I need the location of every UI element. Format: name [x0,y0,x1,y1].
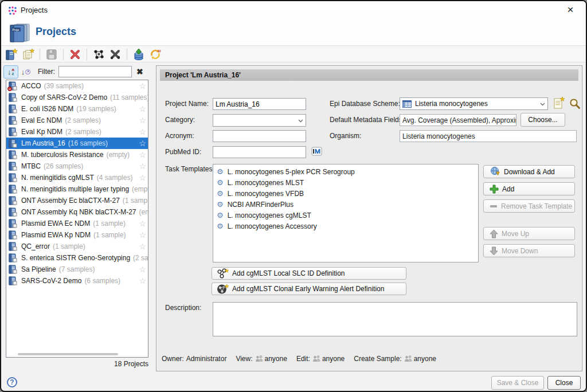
help-icon[interactable]: ? [7,377,17,387]
project-list-item[interactable]: E. coli IS26 NDM (19 samples) ☆ [6,103,148,115]
project-list-item[interactable]: N. meningitidis cgMLST (4 samples) ☆ [6,172,148,183]
project-name: E. coli IS26 NDM [21,105,73,113]
new-scheme-icon[interactable] [553,96,565,109]
spanning-tree-button[interactable] [92,48,105,61]
task-template-item[interactable]: ⚙ NCBI AMRFinderPlus [214,199,477,210]
project-list-item[interactable]: Eval Kp NDM (2 samples) ☆ [6,126,148,138]
pubmed-icon[interactable] [311,146,323,156]
task-template-name: L. monocytogenes cgMLST [228,211,311,219]
sync-button[interactable]: 10 [148,48,162,61]
project-list-item[interactable]: ONT Assembly Ec blaCTX-M-27 (1 sample) ☆ [6,195,148,206]
task-template-item[interactable]: ⚙ L. monocytogenes cgMLST [214,210,477,221]
project-sample-count: (16 samples) [68,139,108,147]
gear-icon: ⚙ [217,179,224,186]
project-list-item[interactable]: S. enterica SISTR Geno-Serotyping (2 sam… [6,252,148,264]
view-label: View: [236,355,252,363]
category-select[interactable] [213,114,306,127]
chevron-down-icon [540,100,545,108]
task-template-list: ⚙ L. monocytogenes 5-plex PCR Serogroup … [213,164,479,262]
project-list-item[interactable]: QC_error (1 sample) ☆ [6,241,148,252]
project-list-item[interactable]: M. tuberculosis Resistance (empty) ☆ [6,149,148,160]
slc-cluster-icon [217,268,229,279]
sort-by-date-button[interactable]: ↓ [18,65,33,79]
project-list-item[interactable]: ONT Assembly Kq NBK blaCTX-M-27 (empty) … [6,206,148,218]
task-template-item[interactable]: ⚙ L. monocytogenes MLST [214,177,477,188]
organism-value: Listeria monocytogenes [400,130,577,142]
star-icon[interactable]: ☆ [138,265,146,274]
task-template-name: L. monocytogenes Accessory [228,222,317,230]
project-name: Eval Kp NDM [21,128,62,136]
star-icon[interactable]: ☆ [138,139,146,148]
close-button[interactable]: Close [547,376,581,390]
sort-alphabetical-button[interactable]: ↓ az [3,65,18,79]
delete-project-button[interactable] [68,48,82,61]
save-close-button[interactable]: Save & Close [491,376,544,390]
project-name: Plasmid EWA Ec NDM [21,219,90,228]
task-template-item[interactable]: ⚙ L. monocytogenes Accessory [214,221,477,232]
project-sample-count: (2 samples) [65,128,101,136]
new-project-button[interactable] [5,48,18,61]
task-template-item[interactable]: ⚙ L. monocytogenes 5-plex PCR Serogroup [214,166,477,177]
remove-tree-button[interactable] [108,48,122,61]
star-icon[interactable]: ☆ [138,127,146,136]
project-count-label: 18 Projects [6,360,148,368]
sort-arrow-icon: ↓ [21,68,25,76]
add-task-template-button[interactable]: Add [483,182,575,195]
project-list-item[interactable]: Plasmid EWA Ec NDM (1 sample) ☆ [6,218,148,229]
horizontal-scrollbar[interactable] [18,353,118,355]
add-ewa-definition-button[interactable]: Add cgMLST Clonal Early Warning Alert De… [212,283,406,295]
project-icon [9,162,17,171]
description-textarea[interactable] [213,302,577,336]
add-slc-definition-button[interactable]: Add cgMLST Local SLC ID Definition [212,267,406,280]
close-window-icon[interactable]: × [563,2,578,17]
epi-scheme-select[interactable]: Listeria monocytogenes [400,97,548,110]
clear-filter-icon[interactable]: ✖ [136,67,143,76]
copy-project-button[interactable] [21,48,35,61]
database-upload-button[interactable] [132,48,146,61]
task-template-name: L. monocytogenes 5-plex PCR Serogroup [228,168,355,176]
star-icon[interactable]: ☆ [138,81,146,91]
project-list-item[interactable]: Plasmid EWA Kp NDM (1 sample) ☆ [6,229,148,241]
project-list-item[interactable]: Sa Pipeline (7 samples) ☆ [6,264,148,275]
star-icon[interactable]: ☆ [138,242,146,251]
search-scheme-icon[interactable] [569,97,581,109]
star-icon[interactable]: ☆ [138,150,146,159]
star-icon[interactable]: ☆ [138,116,146,125]
project-name-input[interactable] [213,98,306,110]
download-add-button[interactable]: Download & Add [483,165,575,178]
star-icon[interactable]: ☆ [138,219,146,228]
clock-icon [25,69,30,75]
project-list-item[interactable]: Lm Austria_16 (16 samples) ☆ [6,138,148,149]
project-list-item[interactable]: ACCO (39 samples) ☆ [6,80,148,92]
choose-metadata-button[interactable]: Choose... [521,113,565,127]
project-list-item[interactable]: Eval Ec NDM (2 samples) ☆ [6,115,148,126]
category-label: Category: [165,116,195,124]
edit-value: anyone [322,355,345,363]
ewa-cluster-icon [217,284,229,295]
arrow-up-icon [490,229,498,238]
app-icon [7,6,17,15]
pubmed-input[interactable] [213,146,306,158]
project-name: MTBC [21,162,41,170]
save-button[interactable] [45,48,58,61]
window-title: Projects [21,6,48,14]
project-icon [9,139,17,148]
project-sample-count: (11 samples) [110,93,148,101]
project-list-item[interactable]: Copy of SARS-CoV-2 Demo (11 samples) ☆ [6,92,148,103]
star-icon[interactable]: ☆ [138,162,146,171]
star-icon[interactable]: ☆ [138,173,146,182]
chevron-down-icon [298,116,303,124]
acronym-input[interactable] [213,130,306,142]
star-icon[interactable]: ☆ [138,230,146,240]
project-list-item[interactable]: SARS-CoV-2 Demo (6 samples) ☆ [6,275,148,287]
project-sample-count: (19 samples) [76,105,116,113]
project-list-item[interactable]: MTBC (26 samples) ☆ [6,160,148,172]
remove-task-template-button[interactable]: Remove Task Template [483,199,575,213]
move-up-button[interactable]: Move Up [483,227,575,240]
task-template-item[interactable]: ⚙ L. monocytogenes VFDB [214,188,477,199]
star-icon[interactable]: ☆ [138,276,146,285]
project-list-item[interactable]: N. meningitidis multiple layer typing (e… [6,183,148,195]
move-down-button[interactable]: Move Down [483,244,575,257]
filter-input[interactable] [58,66,132,77]
star-icon[interactable]: ☆ [138,104,146,113]
